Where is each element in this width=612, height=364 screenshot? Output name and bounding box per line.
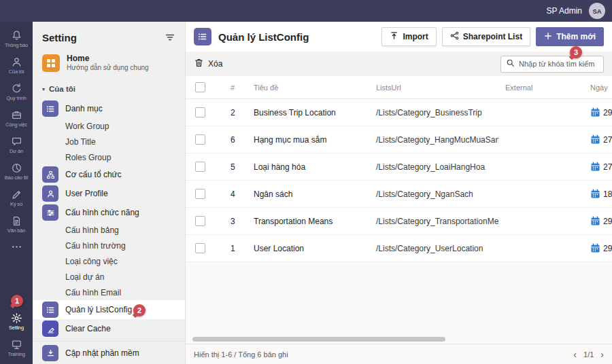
rail-item-training[interactable]: Training (0, 335, 33, 361)
select-all-checkbox[interactable] (195, 82, 205, 92)
rail-item-tasks[interactable]: Công việc (0, 105, 33, 132)
row-number: 4 (226, 189, 247, 199)
sidebar-item-work-group[interactable]: Work Group (33, 118, 185, 134)
row-date: 29 (583, 243, 612, 253)
sidebar-item-job-title[interactable]: Job Title (33, 134, 185, 149)
row-number: 3 (226, 217, 247, 226)
sidebar-item-home[interactable]: Home Hướng dẫn sử dụng chung (33, 48, 185, 79)
table-row[interactable]: 1 User Location /Lists/Category_UserLoca… (186, 235, 612, 262)
row-title: Business Trip Location (247, 108, 369, 117)
chevron-down-icon: ▾ (42, 86, 45, 92)
main-header: Quản lý ListConfig Import Sharepoint Lis… (186, 22, 612, 52)
row-listsurl: /Lists/Category_LoaiHangHoa (369, 162, 498, 172)
horizontal-scrollbar[interactable] (192, 337, 445, 342)
rail-item-setting[interactable]: Setting (0, 308, 33, 335)
sidebar-item-danh-muc[interactable]: Danh mục (33, 99, 185, 118)
add-new-button[interactable]: Thêm mới (536, 27, 604, 46)
user-name: SP Admin (547, 6, 582, 16)
rail-item-notifications[interactable]: Thông báo (0, 26, 33, 52)
row-checkbox[interactable] (195, 107, 205, 117)
sidebar-item-cap-nhat-phan-mem[interactable]: Cập nhật phần mềm (33, 341, 185, 364)
search-icon (506, 58, 515, 70)
sidebar-item-user-profile[interactable]: User Profile (33, 184, 185, 203)
sidebar-item-listconfig[interactable]: Quản lý ListConfig (33, 300, 185, 319)
bell-icon (11, 30, 22, 41)
user-icon (42, 185, 58, 202)
table-toolbar: Xóa (186, 52, 612, 76)
table-row[interactable]: 6 Hạng mục mua sắm /Lists/Categoty_HangM… (186, 126, 612, 153)
sidebar-header: Setting (33, 22, 185, 48)
sidebar-item-clear-cache[interactable]: Clear Cache (33, 319, 185, 338)
delete-button[interactable]: Xóa (194, 58, 222, 70)
rail-item-digital-sign[interactable]: Ký số (0, 185, 33, 211)
app-body: Thông báo Của tôi Quy trình Công việc Dự… (0, 22, 612, 364)
sharepoint-list-button[interactable]: Sharepoint List (442, 27, 530, 46)
sidebar-item-loai-cong-viec[interactable]: Loại công việc (33, 253, 185, 269)
table-row[interactable]: 3 Transportation Means /Lists/Category_T… (186, 208, 612, 235)
row-checkbox[interactable] (195, 243, 205, 253)
row-checkbox[interactable] (195, 189, 205, 199)
page-title-icon (194, 28, 211, 46)
rail-item-documents[interactable]: Văn bản (0, 211, 33, 238)
rail-item-more[interactable] (0, 238, 33, 255)
row-number: 6 (226, 135, 247, 145)
org-chart-icon (42, 166, 58, 183)
settings-sidebar: Setting Home Hướng dẫn sử dụng chung ▾ C… (33, 22, 186, 364)
next-page-button[interactable]: › (600, 349, 604, 360)
row-title: Loại hàng hóa (247, 162, 369, 172)
main-content: Quản lý ListConfig Import Sharepoint Lis… (186, 22, 612, 364)
sidebar-item-cau-hinh-bang[interactable]: Cấu hình bảng (33, 222, 185, 238)
import-button[interactable]: Import (381, 27, 436, 46)
sidebar-section-cua-toi[interactable]: ▾ Của tôi (33, 79, 185, 99)
rail-item-projects[interactable]: Dự án (0, 132, 33, 158)
row-listsurl: /Lists/Categoty_HangMucMuaSam (369, 135, 498, 145)
row-listsurl: /Lists/Category_TransportationMeans (369, 217, 498, 226)
row-number: 2 (226, 108, 247, 117)
rail-item-process[interactable]: Quy trình (0, 79, 33, 105)
sidebar-item-cau-hinh-chuc-nang[interactable]: Cấu hình chức năng (33, 203, 185, 222)
filter-icon[interactable] (165, 32, 175, 43)
pen-icon (11, 189, 22, 200)
sidebar-item-cau-hinh-email[interactable]: Cấu hình Email (33, 285, 185, 300)
row-checkbox[interactable] (195, 162, 205, 172)
row-checkbox[interactable] (195, 216, 205, 226)
table-row[interactable]: 2 Business Trip Location /Lists/Category… (186, 99, 612, 126)
search-input[interactable] (519, 60, 598, 68)
calendar-icon (590, 134, 600, 145)
top-bar: SP Admin SA (0, 0, 612, 22)
annotation-step-2: 2 (133, 304, 146, 316)
calendar-icon (590, 243, 600, 253)
list-icon (42, 101, 58, 117)
sidebar-item-co-cau-to-chuc[interactable]: Cơ cấu tổ chức (33, 165, 185, 184)
share-icon (450, 31, 459, 42)
row-number: 5 (226, 162, 247, 172)
sidebar-item-cau-hinh-truong[interactable]: Cấu hình trường (33, 238, 185, 253)
col-header-listsurl: ListsUrl (369, 84, 498, 92)
list-config-icon (42, 302, 58, 318)
software-update-icon (42, 345, 58, 361)
home-title: Home (67, 54, 149, 64)
row-title: Hạng mục mua sắm (247, 135, 369, 145)
row-date: 27 (583, 134, 612, 145)
rail-item-bi-reports[interactable]: Báo cáo BI (0, 158, 33, 185)
pagination: ‹ 1/1 › (573, 349, 604, 360)
cycle-icon (11, 83, 22, 94)
rail-item-my[interactable]: Của tôi (0, 52, 33, 79)
prev-page-button[interactable]: ‹ (573, 349, 577, 360)
row-date: 29 (583, 216, 612, 226)
avatar[interactable]: SA (589, 3, 605, 19)
annotation-step-1: 1 (11, 295, 23, 307)
row-date: 29 (583, 107, 612, 117)
table-row[interactable]: 5 Loại hàng hóa /Lists/Category_LoaiHang… (186, 153, 612, 181)
row-title: Transportation Means (247, 217, 369, 226)
app-rail: Thông báo Của tôi Quy trình Công việc Dự… (0, 22, 33, 364)
sidebar-item-loai-du-an[interactable]: Loại dự án (33, 269, 185, 285)
pie-chart-icon (11, 162, 22, 174)
sidebar-item-roles-group[interactable]: Roles Group (33, 149, 185, 165)
avatar-initials: SA (592, 7, 601, 15)
table-row[interactable]: 4 Ngân sách /Lists/Category_NganSach 18 (186, 181, 612, 208)
row-listsurl: /Lists/Category_UserLocation (369, 244, 498, 253)
row-checkbox[interactable] (195, 134, 205, 145)
home-subtitle: Hướng dẫn sử dụng chung (67, 64, 149, 73)
plus-icon (544, 32, 552, 42)
